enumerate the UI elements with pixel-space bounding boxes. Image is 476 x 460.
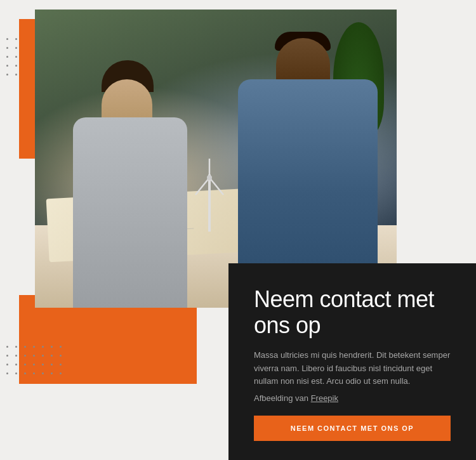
dot — [33, 372, 35, 374]
dot — [51, 372, 53, 374]
dot — [42, 355, 44, 357]
dot — [42, 346, 44, 348]
info-box: Neem contact met ons op Massa ultricies … — [228, 263, 476, 460]
dot — [6, 355, 8, 357]
svg-line-6 — [209, 178, 223, 195]
dot — [24, 355, 26, 357]
info-box-description: Massa ultricies mi quis hendrerit. Dit b… — [254, 349, 451, 388]
info-box-attribution: Afbeelding van Freepik — [254, 393, 451, 403]
dot — [60, 372, 62, 374]
dot — [60, 346, 62, 348]
wind-turbine-model — [190, 155, 228, 232]
dot — [6, 346, 8, 348]
dot — [15, 74, 17, 76]
dot — [60, 355, 62, 357]
svg-line-5 — [195, 178, 209, 195]
page-wrapper: Neem contact met ons op Massa ultricies … — [0, 0, 476, 460]
person-left — [73, 67, 187, 308]
dot — [51, 364, 53, 365]
dot — [42, 372, 44, 374]
dot — [15, 38, 17, 40]
svg-point-7 — [207, 175, 212, 180]
dot — [15, 364, 17, 365]
dots-bottom-left — [6, 346, 65, 378]
dot — [33, 346, 35, 348]
dot — [51, 346, 53, 348]
dot — [60, 364, 62, 365]
dot — [33, 364, 35, 365]
dot — [6, 56, 8, 58]
dot — [15, 56, 17, 58]
dot — [6, 65, 8, 67]
dot — [15, 346, 17, 348]
dot — [6, 364, 8, 365]
dot — [24, 346, 26, 348]
dot — [15, 65, 17, 67]
dot — [15, 372, 17, 374]
dot — [15, 47, 17, 49]
dot — [33, 355, 35, 357]
dot — [6, 47, 8, 49]
dot — [6, 38, 8, 40]
dot — [24, 372, 26, 374]
dot — [15, 355, 17, 357]
dot — [24, 364, 26, 365]
dot — [6, 74, 8, 76]
info-box-title: Neem contact met ons op — [254, 286, 451, 339]
freepik-link[interactable]: Freepik — [311, 393, 338, 403]
dot — [42, 364, 44, 365]
dot — [51, 355, 53, 357]
dot — [6, 372, 8, 374]
contact-cta-button[interactable]: NEEM CONTACT MET ONS OP — [254, 416, 451, 441]
